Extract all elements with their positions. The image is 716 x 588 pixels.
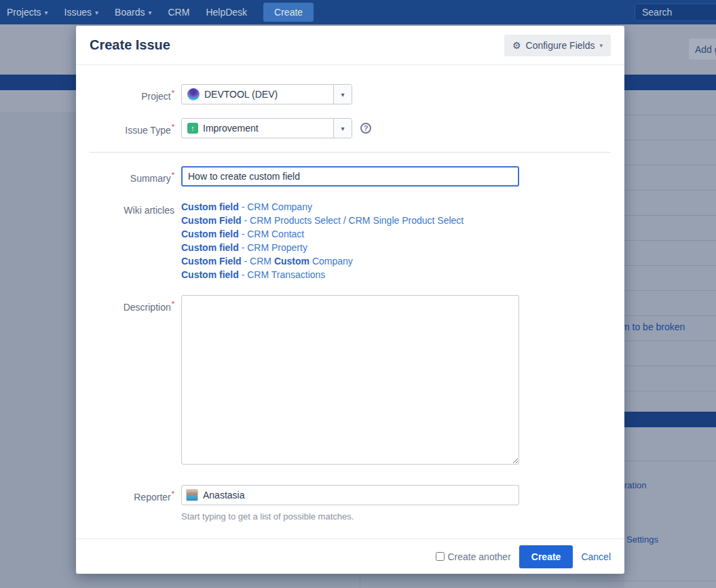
chevron-down-icon: ▾ — [599, 42, 603, 49]
description-field-row: Description* — [76, 295, 624, 467]
nav-item-helpdesk[interactable]: HelpDesk — [206, 7, 247, 18]
summary-input[interactable] — [181, 166, 519, 187]
add-gadget-button[interactable]: Add g — [689, 39, 716, 60]
project-select-dropdown-button[interactable]: ▾ — [333, 85, 352, 104]
create-another-label: Create another — [447, 551, 510, 562]
wiki-article-link[interactable]: Custom Field - CRM Products Select / CRM… — [181, 214, 624, 227]
help-icon[interactable]: ? — [360, 123, 371, 134]
nav-item-boards[interactable]: Boards ▾ — [115, 7, 151, 18]
dimmed-link-configuration[interactable]: ration — [624, 480, 647, 490]
summary-label: Summary* — [76, 166, 181, 187]
required-marker: * — [172, 123, 174, 131]
dimmed-right-panel — [624, 427, 716, 588]
wiki-article-link[interactable]: Custom field - CRM Company — [181, 200, 624, 214]
issue-type-select[interactable]: ↑ Improvement ▾ — [181, 118, 352, 138]
dimmed-divider — [624, 460, 716, 461]
wiki-articles-label: Wiki articles — [76, 200, 181, 281]
project-select[interactable]: DEVTOOL (DEV) ▾ — [181, 84, 352, 104]
dialog-header: Create Issue ⚙ Configure Fields ▾ — [76, 26, 624, 65]
reporter-hint: Start typing to get a list of possible m… — [181, 511, 624, 522]
project-label: Project* — [76, 84, 181, 104]
issue-type-field-row: Issue Type* ↑ Improvement ▾ ? — [76, 118, 624, 138]
description-label: Description* — [76, 295, 181, 467]
section-divider — [90, 152, 611, 153]
dialog-body: Project* DEVTOOL (DEV) ▾ Issue Type* — [76, 65, 624, 538]
improvement-type-icon: ↑ — [187, 123, 198, 134]
configure-fields-button[interactable]: ⚙ Configure Fields ▾ — [504, 35, 611, 56]
nav-create-button[interactable]: Create — [263, 3, 314, 22]
issue-type-select-value: Improvement — [203, 123, 259, 134]
summary-field-row: Summary* — [76, 166, 624, 187]
nav-item-label: CRM — [168, 7, 190, 18]
reporter-avatar — [186, 489, 198, 501]
create-issue-dialog: Create Issue ⚙ Configure Fields ▾ Projec… — [76, 26, 624, 574]
nav-item-crm[interactable]: CRM — [168, 7, 190, 18]
reporter-input[interactable] — [203, 490, 514, 501]
search-input[interactable] — [635, 3, 716, 21]
project-avatar-icon — [187, 88, 200, 100]
top-navigation: Projects ▾ Issues ▾ Boards ▾ CRM HelpDes… — [0, 0, 716, 24]
required-marker: * — [172, 171, 174, 179]
reporter-picker[interactable] — [181, 485, 519, 505]
required-marker: * — [172, 300, 174, 308]
nav-item-label: Issues — [64, 7, 92, 18]
chevron-down-icon: ▾ — [341, 91, 344, 98]
reporter-field-row: Reporter* Start typing to get a list of … — [76, 485, 624, 522]
wiki-article-link[interactable]: Custom field - CRM Transactions — [181, 268, 624, 281]
required-marker: * — [172, 89, 174, 97]
create-button[interactable]: Create — [519, 545, 573, 568]
required-marker: * — [172, 490, 174, 498]
chevron-down-icon: ▾ — [95, 9, 98, 16]
nav-item-label: HelpDesk — [206, 7, 247, 18]
chevron-down-icon: ▾ — [148, 9, 151, 16]
dimmed-divider — [577, 581, 716, 581]
wiki-article-link[interactable]: Custom Field - CRM Custom Company — [181, 254, 624, 268]
wiki-article-link[interactable]: Custom field - CRM Property — [181, 241, 624, 254]
configure-fields-label: Configure Fields — [526, 40, 595, 51]
description-textarea[interactable] — [181, 295, 519, 465]
project-select-value: DEVTOOL (DEV) — [204, 89, 278, 100]
reporter-label: Reporter* — [76, 485, 181, 522]
dimmed-right-list — [624, 90, 716, 412]
wiki-article-link[interactable]: Custom field - CRM Contact — [181, 227, 624, 241]
dimmed-section-bar-bottom — [624, 412, 716, 427]
gear-icon: ⚙ — [512, 40, 521, 51]
wiki-articles-row: Wiki articles Custom field - CRM Company… — [76, 200, 624, 281]
nav-item-projects[interactable]: Projects ▾ — [7, 7, 48, 18]
cancel-link[interactable]: Cancel — [581, 551, 611, 562]
issue-type-select-dropdown-button[interactable]: ▾ — [333, 119, 352, 138]
chevron-down-icon: ▾ — [45, 9, 48, 16]
dimmed-divider — [360, 574, 360, 588]
nav-item-label: Boards — [115, 7, 145, 18]
wiki-articles-list: Custom field - CRM Company Custom Field … — [181, 200, 624, 281]
dialog-title: Create Issue — [90, 37, 170, 53]
nav-item-issues[interactable]: Issues ▾ — [64, 7, 99, 18]
create-another-option[interactable]: Create another — [436, 551, 510, 562]
chevron-down-icon: ▾ — [341, 125, 344, 132]
create-another-checkbox[interactable] — [436, 552, 445, 561]
project-field-row: Project* DEVTOOL (DEV) ▾ — [76, 84, 624, 104]
dialog-footer: Create another Create Cancel — [76, 538, 624, 574]
dimmed-link-settings[interactable]: Settings — [626, 534, 658, 545]
dimmed-link-broken[interactable]: m to be broken — [622, 321, 685, 332]
dimmed-left-toolbar — [0, 90, 76, 113]
nav-item-label: Projects — [7, 7, 41, 18]
issue-type-label: Issue Type* — [76, 118, 181, 138]
